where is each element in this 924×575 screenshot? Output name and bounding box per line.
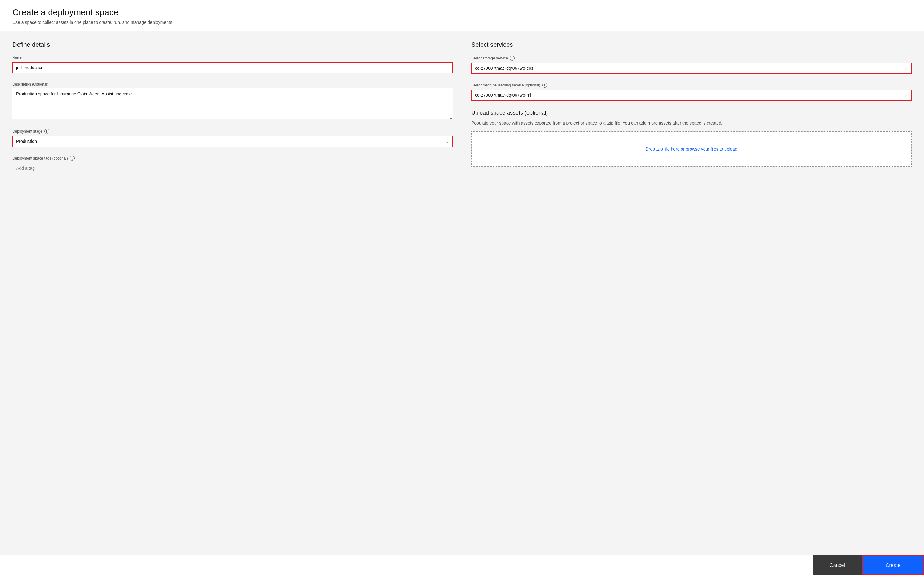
ml-service-select[interactable]: cc-270007tmae-dqt067wo-ml xyxy=(471,89,911,101)
upload-link[interactable]: Drop .zip file here or browse your files… xyxy=(646,146,737,151)
deployment-stage-select-wrapper: Development Testing Production ⌄ xyxy=(13,136,453,147)
ml-service-info-icon[interactable]: ℹ xyxy=(542,83,547,88)
storage-service-info-icon[interactable]: ℹ xyxy=(510,56,515,61)
select-services-title: Select services xyxy=(471,41,911,48)
cancel-button[interactable]: Cancel xyxy=(813,556,862,575)
tags-field-group: Deployment space tags (optional) ℹ xyxy=(13,156,453,174)
ml-service-label: Select machine learning service (optiona… xyxy=(471,83,911,88)
right-section: Select services Select storage service ℹ… xyxy=(471,41,911,545)
deployment-stage-field-group: Deployment stage ℹ Development Testing P… xyxy=(13,129,453,147)
name-field-group: Name xyxy=(13,56,453,73)
ml-service-select-wrapper: cc-270007tmae-dqt067wo-ml ⌄ xyxy=(471,89,911,101)
upload-title: Upload space assets (optional) xyxy=(471,110,911,116)
ml-service-field-group: Select machine learning service (optiona… xyxy=(471,83,911,101)
page-title: Create a deployment space xyxy=(13,8,911,17)
tags-input[interactable] xyxy=(13,163,453,174)
upload-section: Upload space assets (optional) Populate … xyxy=(471,110,911,167)
storage-service-select-wrapper: cc-270007tmae-dqt067wo-cos ⌄ xyxy=(471,63,911,74)
deployment-stage-info-icon[interactable]: ℹ xyxy=(44,129,49,134)
page-subtitle: Use a space to collect assets in one pla… xyxy=(13,20,911,25)
footer-actions: Cancel Create xyxy=(0,555,924,575)
tags-info-icon[interactable]: ℹ xyxy=(70,156,74,161)
define-details-title: Define details xyxy=(13,41,453,48)
deployment-stage-select[interactable]: Development Testing Production xyxy=(13,136,453,147)
name-input[interactable] xyxy=(13,62,453,73)
storage-service-field-group: Select storage service ℹ cc-270007tmae-d… xyxy=(471,56,911,74)
name-label: Name xyxy=(13,56,453,60)
main-content: Define details Name Description (Optiona… xyxy=(0,31,924,555)
description-label: Description (Optional) xyxy=(13,82,453,86)
create-button[interactable]: Create xyxy=(862,556,924,575)
upload-drop-area[interactable]: Drop .zip file here or browse your files… xyxy=(471,131,911,167)
upload-description: Populate your space with assets exported… xyxy=(471,120,911,126)
left-section: Define details Name Description (Optiona… xyxy=(13,41,453,545)
description-input[interactable]: Production space for Insurance Claim Age… xyxy=(13,88,453,119)
deployment-stage-label: Deployment stage ℹ xyxy=(13,129,453,134)
tags-label: Deployment space tags (optional) ℹ xyxy=(13,156,453,161)
page-header: Create a deployment space Use a space to… xyxy=(0,0,924,31)
storage-service-select[interactable]: cc-270007tmae-dqt067wo-cos xyxy=(471,63,911,74)
description-field-group: Description (Optional) Production space … xyxy=(13,82,453,120)
storage-service-label: Select storage service ℹ xyxy=(471,56,911,61)
